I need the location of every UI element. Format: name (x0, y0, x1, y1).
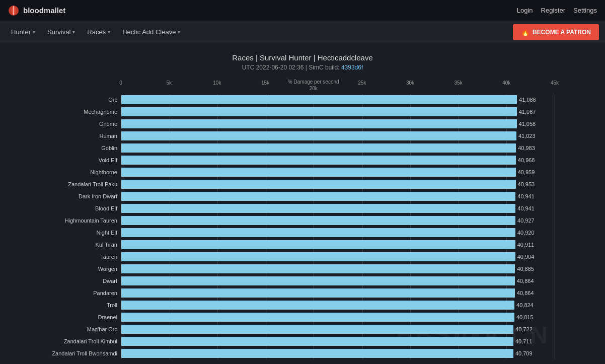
bar-row: Human41,023 (121, 130, 555, 141)
xaxis-value-label: 40k (502, 80, 510, 86)
bar-row: Nightborne40,959 (121, 167, 555, 178)
bar-value: 40,983 (518, 145, 545, 151)
bar-label: Tauren (23, 254, 121, 260)
bar-label: Dark Iron Dwarf (23, 193, 121, 199)
xaxis-tick: 5k (166, 79, 172, 86)
bar-row: Zandalari Troll Kimbul40,711 (121, 336, 555, 347)
nav-item-hunter[interactable]: Hunter ▾ (6, 25, 40, 39)
bar-row: Mag'har Orc40,722 (121, 324, 555, 335)
bar-label: Nightborne (23, 169, 121, 175)
chart-subtitle: UTC 2022-06-20 02:36 | SimC build: 4393d… (20, 64, 585, 71)
nav-item-survival[interactable]: Survival ▾ (42, 25, 80, 39)
bar-row: Dwarf40,864 (121, 275, 555, 286)
bar-row: Draenei40,815 (121, 312, 555, 323)
xaxis-tick: 15k (261, 79, 269, 86)
bar-label: Void Elf (23, 157, 121, 163)
xaxis-value-label: 45k (551, 80, 559, 86)
content: Races | Survival Hunter | Hecticaddcleav… (0, 43, 605, 364)
nav-label-survival: Survival (47, 28, 70, 36)
bar-value: 40,711 (515, 338, 543, 344)
bar-label: Orc (23, 97, 121, 103)
bar-value: 40,824 (516, 302, 544, 308)
chevron-down-icon: ▾ (178, 29, 180, 35)
nav-label-races: Races (87, 28, 106, 36)
bar-row: Night Elf40,920 (121, 227, 555, 238)
bar-label: Zandalari Troll Kimbul (23, 338, 121, 344)
register-link[interactable]: Register (541, 7, 565, 14)
bar-label: Blood Elf (23, 205, 121, 211)
bar-row: Goblin40,983 (121, 142, 555, 154)
xaxis-tick: % Damage per second20k (288, 79, 339, 91)
xaxis-value-label: 15k (261, 80, 269, 86)
nav-item-races[interactable]: Races ▾ (82, 25, 115, 39)
chevron-down-icon: ▾ (33, 29, 35, 35)
bar-fill: 40,885 (121, 264, 515, 273)
bar-label: Kul Tiran (23, 242, 121, 248)
bar-label: Mag'har Orc (23, 326, 121, 332)
bar-value: 40,941 (517, 193, 545, 199)
bar-label: Zandalari Troll Bwonsamdi (23, 350, 121, 356)
bar-label: Zandalari Troll Paku (23, 181, 121, 187)
bar-value: 40,815 (516, 314, 544, 320)
bar-label: Highmountain Tauren (23, 217, 121, 224)
mainnav: Hunter ▾ Survival ▾ Races ▾ Hectic Add C… (0, 21, 605, 43)
bar-label: Mechagnome (23, 109, 121, 115)
patron-icon: 🔥 (521, 28, 530, 36)
bar-label: Night Elf (23, 230, 121, 236)
nav-item-hectic[interactable]: Hectic Add Cleave ▾ (117, 25, 185, 39)
bar-fill: 41,058 (121, 119, 517, 128)
bar-value: 41,058 (519, 121, 546, 127)
bar-fill: 40,911 (121, 240, 515, 249)
bar-row: Tauren40,904 (121, 251, 555, 262)
chart-subtitle-text: UTC 2022-06-20 02:36 | SimC build: (242, 64, 340, 71)
topbar: bloodmallet Login Register Settings (0, 0, 605, 21)
patron-button[interactable]: 🔥 BECOME A PATRON (513, 24, 599, 40)
xaxis-value-label: 20k (288, 86, 339, 91)
simc-link[interactable]: 4393d6f (341, 64, 363, 71)
bar-value: 41,067 (519, 109, 546, 115)
login-link[interactable]: Login (517, 7, 533, 14)
bar-value: 40,941 (517, 205, 545, 211)
bar-label: Dwarf (23, 278, 121, 284)
bar-value: 40,709 (515, 350, 543, 356)
xaxis-value-label: 0 (119, 80, 122, 86)
grid-line (555, 94, 555, 359)
bar-value: 40,927 (517, 217, 545, 224)
bar-row: Void Elf40,968 (121, 155, 555, 166)
bar-row: Pandaren40,864 (121, 287, 555, 299)
bar-fill: 40,983 (121, 143, 516, 153)
bar-fill: 40,815 (121, 313, 514, 322)
xaxis-tick: 35k (455, 79, 463, 86)
xaxis-tick: 30k (406, 79, 414, 86)
logo-icon (8, 5, 19, 16)
xaxis-tick: 45k (551, 79, 559, 86)
bar-label: Goblin (23, 145, 121, 151)
bar-value: 40,864 (517, 278, 544, 284)
settings-link[interactable]: Settings (573, 7, 597, 14)
xaxis-value-label: 10k (213, 80, 221, 86)
xaxis-tick: 40k (502, 79, 510, 86)
chart-title: Races | Survival Hunter | Hecticaddcleav… (20, 53, 585, 62)
bar-fill: 40,711 (121, 337, 513, 346)
bar-value: 40,885 (517, 266, 544, 272)
bar-fill: 40,920 (121, 228, 515, 237)
bar-label: Troll (23, 302, 121, 308)
patron-label: BECOME A PATRON (533, 29, 591, 36)
bar-value: 40,722 (515, 326, 543, 332)
logo-text: bloodmallet (23, 6, 65, 15)
bar-row: Kul Tiran40,911 (121, 239, 555, 250)
chevron-down-icon: ▾ (108, 29, 110, 35)
xaxis-tick: 25k (358, 79, 366, 86)
topbar-links: Login Register Settings (517, 7, 597, 14)
xaxis-value-label: 35k (455, 80, 463, 86)
chart-container: 05k10k15k% Damage per second20k25k30k35k… (20, 79, 585, 359)
bar-fill: 41,086 (121, 95, 517, 104)
bar-fill: 40,953 (121, 180, 516, 189)
bar-row: Gnome41,058 (121, 118, 555, 129)
bar-row: Orc41,086 (121, 94, 555, 105)
bar-fill: 41,067 (121, 107, 517, 116)
bar-row: Worgen40,885 (121, 263, 555, 274)
bar-label: Human (23, 133, 121, 139)
xaxis-tick: 10k (213, 79, 221, 86)
bar-row: Dark Iron Dwarf40,941 (121, 191, 555, 202)
